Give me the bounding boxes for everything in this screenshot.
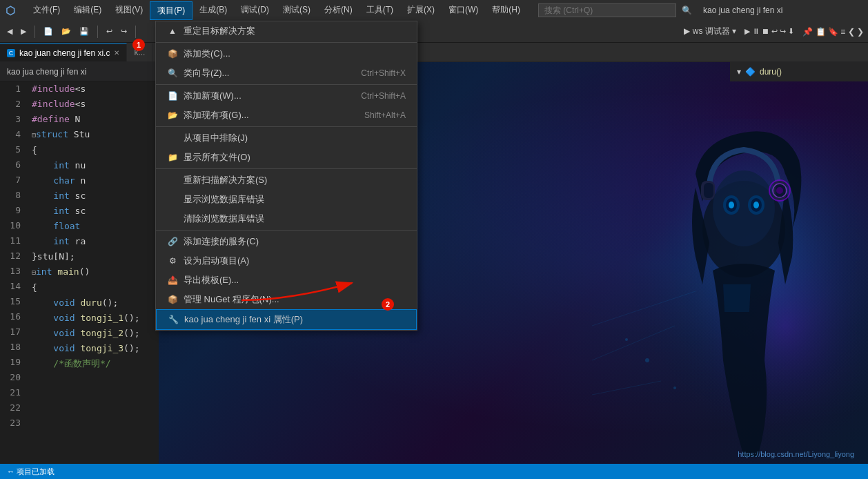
menu-exclude[interactable]: 从项目中排除(J)	[156, 128, 417, 148]
menu-exclude-label: 从项目中排除(J)	[184, 132, 248, 144]
toolbar: ◀ ▶ 📄 📂 💾 ↩ ↪ ▶ ws 调试器 ▾ ▶ ⏸ ⏹ ↩ ↪ ⬇ 📌 📋…	[0, 21, 868, 43]
code-line-1: #include<s	[32, 81, 159, 97]
title-bar-right: 🔍 kao jua cheng ji fen xi	[538, 3, 782, 17]
status-bar: ↔ 项目已加载	[0, 464, 868, 479]
menu-retarget[interactable]: ▲ 重定目标解决方案	[156, 21, 417, 41]
menu-file[interactable]: 文件(F)	[26, 1, 67, 20]
clear-db-errors-icon	[167, 213, 178, 224]
code-lines[interactable]: #include<s #include<s #define N ⊟struct …	[26, 81, 159, 431]
menu-rescan[interactable]: 重新扫描解决方案(S)	[156, 170, 417, 190]
menu-build[interactable]: 生成(B)	[193, 1, 234, 20]
search-input[interactable]	[538, 3, 676, 17]
code-line-12: float	[32, 219, 159, 234]
title-text: kao jua cheng ji fen xi	[703, 6, 782, 15]
exclude-icon	[167, 133, 178, 144]
menu-clear-db-errors-label: 清除浏览数据库错误	[184, 213, 264, 225]
badge-2: 2	[382, 298, 394, 311]
code-line-18: {	[32, 280, 159, 295]
code-line-11: int sc	[32, 204, 159, 219]
retarget-icon: ▲	[167, 26, 178, 37]
add-existing-shortcut: Shift+Alt+A	[364, 110, 406, 120]
nuget-icon: 📦	[167, 294, 178, 305]
menu-class-wizard-label: 类向导(Z)...	[184, 67, 229, 79]
menu-class-wizard[interactable]: 🔍 类向导(Z)... Ctrl+Shift+X	[156, 63, 417, 83]
tabs-bar: C kao juan cheng ji fen xi.c ✕ k...	[0, 43, 868, 62]
menu-properties[interactable]: 🔧 kao jua cheng ji fen xi 属性(P)	[156, 309, 417, 330]
code-line-21: void tongji_2();	[32, 326, 159, 341]
code-line-3: #define N	[32, 112, 159, 127]
save-button[interactable]: 💾	[77, 26, 92, 37]
menu-project[interactable]: 项目(P)	[150, 1, 193, 20]
menu-window[interactable]: 窗口(W)	[442, 1, 485, 20]
menu-add-new[interactable]: 📄 添加新项(W)... Ctrl+Shift+A	[156, 86, 417, 106]
code-editor-header: kao jua cheng ji fen xi	[0, 62, 159, 81]
code-line-7: {	[32, 143, 159, 158]
menu-extend[interactable]: 扩展(X)	[400, 1, 442, 20]
toolbar-separator-2	[97, 26, 98, 38]
menu-debug[interactable]: 调试(D)	[234, 1, 276, 20]
menu-help[interactable]: 帮助(H)	[485, 1, 527, 20]
status-text: ↔ 项目已加载	[7, 467, 55, 477]
code-line-14: }stu[N];	[32, 249, 159, 264]
search-icon[interactable]: 🔍	[682, 6, 692, 15]
menu-test[interactable]: 测试(S)	[276, 1, 317, 20]
code-line-19: void duru();	[32, 295, 159, 311]
back-button[interactable]: ◀	[4, 26, 15, 37]
tab-main-file[interactable]: C kao juan cheng ji fen xi.c ✕	[0, 43, 127, 61]
debug-icons: ▶ ⏸ ⏹ ↩ ↪ ⬇	[744, 27, 794, 36]
menu-add-class[interactable]: 📦 添加类(C)...	[156, 44, 417, 63]
svg-rect-11	[704, 183, 713, 198]
menu-clear-db-errors[interactable]: 清除浏览数据库错误	[156, 209, 417, 228]
menu-add-existing-label: 添加现有项(G)...	[184, 109, 249, 121]
title-bar: ⬡ 文件(F) 编辑(E) 视图(V) 项目(P) 生成(B) 调试(D) 测试…	[0, 0, 868, 21]
menu-show-all[interactable]: 📁 显示所有文件(O)	[156, 148, 417, 167]
menu-view[interactable]: 视图(V)	[108, 1, 150, 20]
function-dropdown[interactable]: ▾ 🔷 duru()	[730, 62, 868, 81]
dropdown-arrow: ▾	[737, 67, 741, 77]
toolbar-separator-3	[135, 26, 136, 38]
menu-add-existing[interactable]: 📂 添加现有项(G)... Shift+Alt+A	[156, 106, 417, 125]
tab-close-button[interactable]: ✕	[114, 49, 119, 57]
forward-button[interactable]: ▶	[18, 26, 29, 37]
code-line-10: int sc	[32, 188, 159, 204]
menu-analyze[interactable]: 分析(N)	[317, 1, 359, 20]
add-class-icon: 📦	[167, 48, 178, 59]
add-existing-icon: 📂	[167, 110, 178, 121]
sep-4	[156, 168, 417, 169]
menu-add-new-label: 添加新项(W)...	[184, 90, 241, 102]
menu-add-service[interactable]: 🔗 添加连接的服务(C)	[156, 232, 417, 251]
menu-retarget-label: 重定目标解决方案	[184, 25, 255, 37]
menu-properties-label: kao jua cheng ji fen xi 属性(P)	[184, 313, 303, 326]
add-new-icon: 📄	[167, 90, 178, 101]
code-editor: kao jua cheng ji fen xi 1 2 3 4 5 6 7 8 …	[0, 62, 159, 464]
code-line-6: ⊟struct Stu	[32, 127, 159, 143]
menu-show-db-errors[interactable]: 显示浏览数据库错误	[156, 190, 417, 209]
menu-edit[interactable]: 编辑(E)	[67, 1, 108, 20]
sep-2	[156, 84, 417, 85]
svg-point-21	[625, 338, 628, 341]
new-button[interactable]: 📄	[41, 26, 56, 37]
class-wizard-icon: 🔍	[167, 68, 178, 79]
code-line-8: int nu	[32, 158, 159, 173]
file-tab-label: kao jua cheng ji fen xi	[7, 67, 86, 77]
open-button[interactable]: 📂	[59, 26, 74, 37]
code-content: 1 2 3 4 5 6 7 8 9 10 11 12 13 14 15 16 1…	[0, 81, 159, 431]
add-service-icon: 🔗	[167, 236, 178, 247]
menu-tools[interactable]: 工具(T)	[359, 1, 400, 20]
menu-add-class-label: 添加类(C)...	[184, 48, 230, 60]
svg-point-3	[713, 170, 775, 246]
svg-point-22	[673, 387, 676, 389]
menu-bar: 文件(F) 编辑(E) 视图(V) 项目(P) 生成(B) 调试(D) 测试(S…	[26, 1, 527, 20]
undo-button[interactable]: ↩	[103, 26, 115, 37]
redo-button[interactable]: ↪	[118, 26, 130, 37]
arrow-indicator	[235, 266, 373, 307]
show-all-icon: 📁	[167, 152, 178, 163]
menu-show-all-label: 显示所有文件(O)	[184, 151, 250, 164]
watermark-text: https://blog.csdn.net/Liyong_liyong	[738, 450, 854, 458]
code-line-20: void tongji_1();	[32, 311, 159, 326]
sep-1	[156, 42, 417, 43]
show-db-errors-icon	[167, 194, 178, 205]
toolbar-separator-1	[34, 26, 35, 38]
menu-show-db-errors-label: 显示浏览数据库错误	[184, 193, 264, 206]
file-icon: C	[7, 49, 15, 57]
